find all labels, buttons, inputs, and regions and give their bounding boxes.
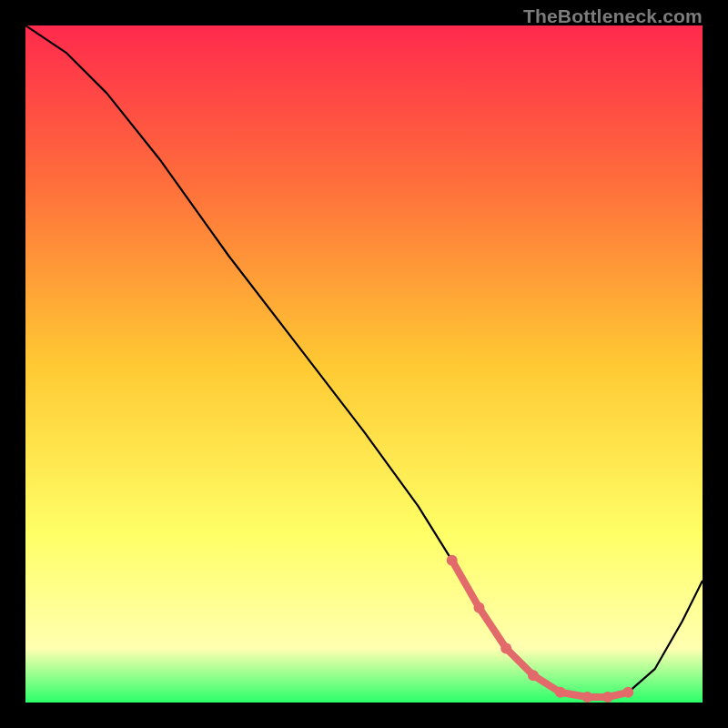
optimal-range-dot <box>447 555 458 566</box>
watermark-text: TheBottleneck.com <box>523 5 703 27</box>
optimal-range-dot <box>528 670 539 681</box>
chart-frame <box>25 25 703 703</box>
optimal-range-dot <box>474 602 485 613</box>
gradient-background <box>25 25 703 703</box>
optimal-range-dot <box>500 643 511 654</box>
bottleneck-chart <box>25 25 703 703</box>
optimal-range-dot <box>622 687 633 698</box>
optimal-range-dot <box>602 692 613 703</box>
optimal-range-dot <box>555 687 566 698</box>
optimal-range-dot <box>582 692 593 703</box>
